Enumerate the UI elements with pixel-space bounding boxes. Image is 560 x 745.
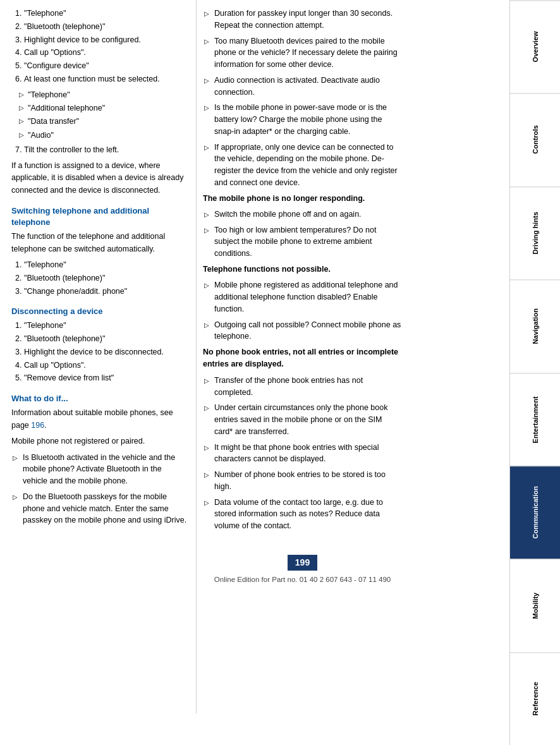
- sidebar-item-overview[interactable]: Overview: [510, 0, 560, 93]
- list-item: Number of phone book entries to be store…: [203, 469, 402, 493]
- section-switching-list: "Telephone" "Bluetooth (telephone)" "Cha…: [24, 259, 187, 297]
- sidebar-item-reference[interactable]: Reference: [510, 652, 560, 745]
- list-item: "Audio": [19, 130, 187, 142]
- list-item: Tilt the controller to the left.: [24, 144, 187, 156]
- section-switching-body: The function of the telephone and additi…: [11, 231, 187, 255]
- list-item: Is the mobile phone in power-save mode o…: [203, 102, 402, 137]
- page-link[interactable]: 196: [31, 421, 44, 430]
- list-item: "Remove device from list": [24, 372, 187, 384]
- list-item: Do the Bluetooth passkeys for the mobile…: [11, 491, 187, 526]
- sidebar: Overview Controls Driving hints Navigati…: [509, 0, 560, 745]
- intro-list: "Telephone" "Bluetooth (telephone)" High…: [24, 8, 187, 85]
- top-bullets: Duration for passkey input longer than 3…: [203, 8, 402, 189]
- list-item: "Telephone": [24, 8, 187, 20]
- list-item: It might be that phone book entries with…: [203, 442, 402, 466]
- list-item: Too high or low ambient temperatures? Do…: [203, 224, 402, 260]
- list-item: "Telephone": [19, 89, 187, 101]
- phone-not-responding-bullets: Switch the mobile phone off and on again…: [203, 209, 402, 260]
- list-item: "Bluetooth (telephone)": [24, 21, 187, 33]
- telephone-not-possible-bullets: Mobile phone registered as additional te…: [203, 279, 402, 342]
- list-item: Highlight device to be configured.: [24, 34, 187, 46]
- list-item: Too many Bluetooth devices paired to the…: [203, 35, 402, 71]
- list-item: Data volume of the contact too large, e.…: [203, 497, 402, 532]
- list-item: Is Bluetooth activated in the vehicle an…: [11, 452, 187, 487]
- list-item: "Data transfer": [19, 116, 187, 128]
- list-item: Call up "Options".: [24, 47, 187, 59]
- section-disconnecting-heading: Disconnecting a device: [11, 306, 187, 317]
- list-item: "Change phone/addit. phone": [24, 286, 187, 298]
- list-item: If appropriate, only one device can be c…: [203, 142, 402, 189]
- list-item: Under certain circumstances only the pho…: [203, 402, 402, 437]
- section-disconnecting-list: "Telephone" "Bluetooth (telephone)" High…: [24, 320, 187, 384]
- list-item: "Configure device": [24, 60, 187, 72]
- sidebar-item-communication[interactable]: Communication: [510, 466, 560, 559]
- phone-book-bullets: Transfer of the phone book entries has n…: [203, 375, 402, 532]
- sidebar-item-controls[interactable]: Controls: [510, 93, 560, 186]
- list-item: "Bluetooth (telephone)": [24, 333, 187, 345]
- page-footer-area: 199 Online Edition for Part no. 01 40 2 …: [203, 536, 402, 586]
- list-item: At least one function must be selected.: [24, 73, 187, 85]
- note-text: If a function is assigned to a device, w…: [11, 160, 187, 197]
- sidebar-item-entertainment[interactable]: Entertainment: [510, 373, 560, 466]
- list-item: "Additional telephone": [19, 102, 187, 114]
- page-number: 199: [288, 555, 317, 571]
- sidebar-item-driving-hints[interactable]: Driving hints: [510, 186, 560, 279]
- phone-not-responding-heading: The mobile phone is no longer responding…: [203, 193, 402, 205]
- list-item: "Bluetooth (telephone)": [24, 272, 187, 284]
- footer-text: Online Edition for Part no. 01 40 2 607 …: [203, 574, 402, 586]
- phone-book-heading: No phone book entries, not all entries o…: [203, 346, 402, 371]
- section-whattodo-body2: Mobile phone not registered or paired.: [11, 435, 187, 447]
- left-column: "Telephone" "Bluetooth (telephone)" High…: [0, 0, 196, 713]
- list-item: "Telephone": [24, 320, 187, 332]
- list-item: Switch the mobile phone off and on again…: [203, 209, 402, 221]
- telephone-not-possible-heading: Telephone functions not possible.: [203, 263, 402, 276]
- sub-items: "Telephone" "Additional telephone" "Data…: [19, 89, 187, 142]
- list-item: Mobile phone registered as additional te…: [203, 279, 402, 315]
- item7-list: Tilt the controller to the left.: [24, 144, 187, 156]
- list-item: Highlight the device to be disconnected.: [24, 346, 187, 358]
- list-item: Audio connection is activated. Deactivat…: [203, 75, 402, 99]
- list-item: Duration for passkey input longer than 3…: [203, 8, 402, 32]
- section-whattodo-heading: What to do if...: [11, 393, 187, 404]
- sidebar-item-mobility[interactable]: Mobility: [510, 559, 560, 651]
- section-whattodo-bullets: Is Bluetooth activated in the vehicle an…: [11, 452, 187, 527]
- right-column: Duration for passkey input longer than 3…: [196, 0, 411, 713]
- list-item: Call up "Options".: [24, 360, 187, 372]
- sidebar-item-navigation[interactable]: Navigation: [510, 279, 560, 372]
- list-item: Outgoing call not possible? Connect mobi…: [203, 319, 402, 343]
- section-whattodo-body1: Information about suitable mobile phones…: [11, 407, 187, 432]
- list-item: Transfer of the phone book entries has n…: [203, 375, 402, 399]
- section-switching-heading: Switching telephone and additional telep…: [11, 205, 187, 228]
- page-container: "Telephone" "Bluetooth (telephone)" High…: [0, 0, 560, 745]
- list-item: "Telephone": [24, 259, 187, 271]
- content-wrapper: "Telephone" "Bluetooth (telephone)" High…: [0, 0, 509, 745]
